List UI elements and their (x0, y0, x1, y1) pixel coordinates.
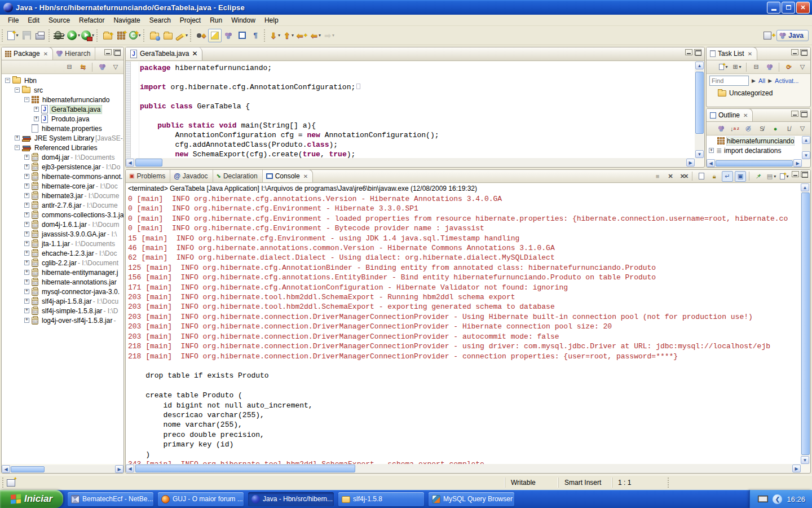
menu-window[interactable]: Window (227, 15, 260, 25)
menu-help[interactable]: Help (260, 15, 283, 25)
maximize-view-button[interactable] (113, 49, 121, 55)
expand-icon[interactable]: + (24, 222, 29, 227)
expand-icon[interactable]: + (24, 318, 29, 323)
synchronize-button[interactable]: ⟳ (783, 62, 795, 72)
maximize-console-button[interactable] (801, 171, 808, 177)
tab-problems[interactable]: ▣ Problems (126, 169, 170, 182)
expand-icon[interactable]: + (24, 270, 29, 275)
minimize-outline-button[interactable] (791, 111, 798, 117)
close-button[interactable]: ✕ (796, 2, 810, 14)
outline-focus-button[interactable] (716, 123, 727, 134)
collapse-icon[interactable]: − (5, 78, 10, 83)
collapse-icon[interactable]: − (24, 97, 29, 102)
tree-item-slf4j-simple-1-5-8-jar[interactable]: +slf4j-simple-1.5.8.jar - I:\D (2, 306, 123, 316)
outline-item-hibernatefurnunciando[interactable]: hibernatefurnunciando (707, 136, 802, 146)
expand-icon[interactable]: + (34, 107, 39, 112)
sort-button[interactable]: ↓a z (729, 123, 740, 134)
menu-refactor[interactable]: Refactor (74, 15, 109, 25)
tree-item-hbn[interactable]: −Hbn (2, 76, 123, 85)
search-button[interactable]: ▾ (175, 29, 188, 42)
mark-occurrences-button[interactable] (208, 29, 222, 42)
open-console-button[interactable]: ✦▾ (779, 171, 790, 182)
print-button[interactable] (33, 29, 47, 42)
tab-type-hierarchy[interactable]: Hierarch (53, 47, 95, 60)
tree-item-produto-java[interactable]: +JProduto.java (2, 114, 123, 124)
expand-icon[interactable]: + (24, 193, 29, 198)
tree-item-src[interactable]: −src (2, 85, 123, 95)
tree-item-hibernate-properties[interactable]: +hibernate.properties (2, 124, 123, 133)
expand-icon[interactable]: + (24, 203, 29, 208)
tree-item-hibernate-annotations-jar[interactable]: +hibernate-annotations.jar (2, 277, 123, 287)
tree-item-hibernate-commons-annot-[interactable]: +hibernate-commons-annot. (2, 172, 123, 181)
expand-icon[interactable]: + (34, 116, 39, 121)
minimize-console-button[interactable] (792, 171, 799, 177)
hide-nonpublic-button[interactable]: ● (770, 123, 781, 134)
menu-file[interactable]: File (3, 15, 23, 25)
show-source-button[interactable] (235, 29, 249, 42)
uncategorized-row[interactable]: Uncategorized (707, 87, 810, 99)
clear-console-button[interactable] (696, 171, 707, 182)
open-type-button[interactable] (148, 29, 161, 42)
java-perspective-button[interactable]: Java (776, 30, 809, 41)
close-tab-icon[interactable]: ✕ (192, 50, 197, 58)
tree-item-referenced-libraries[interactable]: −Referenced Libraries (2, 143, 123, 152)
new-wizard-button[interactable]: ✦▾ (6, 29, 20, 42)
expand-icon[interactable]: + (24, 299, 29, 304)
next-annotation-nav-button[interactable] (222, 29, 235, 42)
hide-fields-button[interactable]: ◎̸ (743, 123, 754, 134)
outline-item-import-declarations[interactable]: +≣import declarations (707, 146, 802, 155)
new-task-button[interactable]: ✦▾ (718, 62, 729, 72)
last-edit-location-button[interactable]: ◆ (195, 29, 208, 42)
last-edit-arrow-button[interactable]: ⬅✦ (295, 29, 309, 42)
tree-item-antlr-2-7-6-jar[interactable]: +antlr-2.7.6.jar - I:\Docume (2, 200, 123, 210)
package-explorer-hscrollbar[interactable]: ◀▶ (2, 465, 123, 473)
tree-item-jre-system-library[interactable]: +JRE System Library [JavaSE-1. (2, 133, 123, 143)
tree-item-jta-1-1-jar[interactable]: +jta-1.1.jar - I:\Documents (2, 239, 123, 248)
taskbar-button-mysql[interactable]: MySQL Query Browser (429, 492, 514, 506)
show-on-output-button[interactable]: ▣ (735, 171, 746, 182)
run-button[interactable]: ▾ (67, 29, 81, 42)
taskbar-button-eclipse[interactable]: Java - Hbn/src/hibern... (248, 492, 334, 506)
expand-icon[interactable]: + (24, 260, 29, 265)
tree-item-hibernate-entitymanager-j[interactable]: +hibernate-entitymanager.j (2, 268, 123, 277)
fast-view-icon[interactable] (7, 479, 15, 487)
tab-package-explorer[interactable]: Package✕ (2, 47, 53, 60)
tree-item-commons-collections-3-1-ja[interactable]: +commons-collections-3.1.ja (2, 210, 123, 220)
save-button[interactable] (20, 29, 33, 42)
restore-button[interactable] (782, 2, 795, 14)
expand-icon[interactable]: + (24, 289, 29, 294)
console-vscrollbar[interactable]: ▲ ▼ (801, 183, 810, 464)
expand-icon[interactable]: + (24, 155, 29, 160)
open-resource-button[interactable] (161, 29, 175, 42)
remove-launch-button[interactable]: ✕ (665, 171, 676, 182)
editor-vscrollbar[interactable]: ▲ ▼ (695, 62, 704, 158)
expand-icon[interactable]: + (24, 251, 29, 256)
hide-static-button[interactable]: S̸ (756, 123, 767, 134)
link-with-editor-button[interactable]: ⇆ (77, 62, 89, 72)
tree-item-hibernatefurnunciando[interactable]: −hibernatefurnunciando (2, 95, 123, 104)
taskbar-button-folder[interactable]: slf4j-1.5.8 (338, 492, 424, 506)
view-menu-button[interactable]: ▽ (110, 62, 121, 72)
tree-item-ehcache-1-2-3-jar[interactable]: +ehcache-1.2.3.jar - I:\Doc (2, 248, 123, 258)
tree-item-hibernate3-jar[interactable]: +hibernate3.jar - I:\Docume (2, 191, 123, 200)
console-hscrollbar[interactable]: ◀ ▶ (126, 464, 801, 473)
maximize-editor-button[interactable] (694, 49, 701, 55)
code-editor[interactable]: package hibernatefurnunciando;+import or… (139, 62, 704, 158)
menu-project[interactable]: Project (175, 15, 205, 25)
terminate-button[interactable]: ■ (652, 171, 663, 182)
expand-icon[interactable]: + (24, 279, 29, 284)
tree-item-mysql-connector-java-3-0-[interactable]: +mysql-connector-java-3.0. (2, 287, 123, 296)
run-external-tools-button[interactable]: ▾ (81, 29, 95, 42)
new-java-project-button[interactable]: ✦ (101, 29, 114, 42)
tree-item-cglib-2-2-jar[interactable]: +cglib-2.2.jar - I:\Document (2, 258, 123, 268)
word-wrap-button[interactable]: ↵ (722, 171, 733, 182)
expand-icon[interactable]: + (24, 231, 29, 237)
menu-search[interactable]: Search (145, 15, 175, 25)
collapse-icon[interactable]: − (15, 87, 20, 93)
minimize-button[interactable] (767, 2, 780, 14)
expand-icon[interactable]: + (24, 183, 29, 189)
display-console-button[interactable]: ▤▾ (766, 171, 777, 182)
tab-javadoc[interactable]: @ Javadoc (170, 169, 213, 182)
expand-icon[interactable]: + (24, 241, 29, 246)
outline-hscrollbar[interactable]: ◀▶ (707, 159, 802, 167)
